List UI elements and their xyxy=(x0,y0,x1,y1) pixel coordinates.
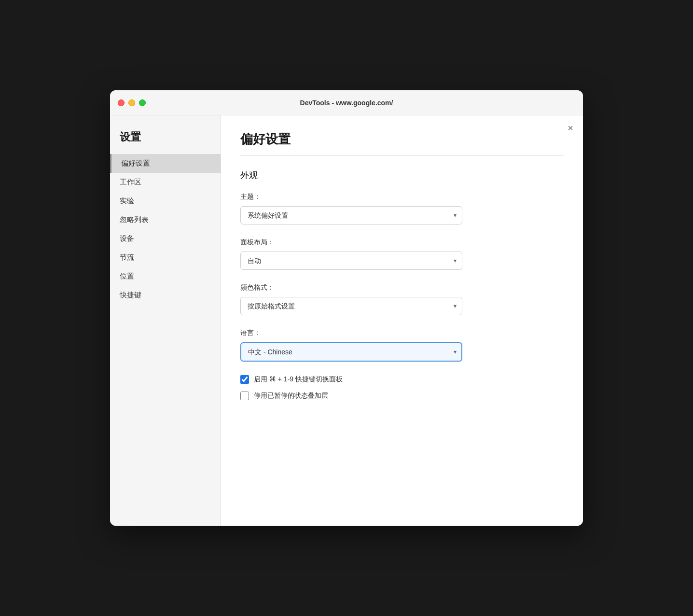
color-format-field-group: 颜色格式： 按原始格式设置hexrgbhsl ▾ xyxy=(240,283,564,315)
content-area: × 偏好设置 外观 主题： 系统偏好设置浅色深色 ▾ 面板布局： 自动水平垂直 … xyxy=(221,115,583,526)
traffic-lights xyxy=(118,99,146,106)
theme-field-group: 主题： 系统偏好设置浅色深色 ▾ xyxy=(240,193,564,224)
color-format-select[interactable]: 按原始格式设置hexrgbhsl xyxy=(240,297,462,315)
sidebar-item-ignore-list[interactable]: 忽略列表 xyxy=(110,210,221,229)
close-settings-button[interactable]: × xyxy=(568,123,573,133)
checkbox-paused-overlay-input[interactable] xyxy=(240,392,249,400)
theme-label: 主题： xyxy=(240,193,564,201)
sidebar-item-workspace[interactable]: 工作区 xyxy=(110,173,221,192)
sidebar-heading: 设置 xyxy=(110,125,221,154)
checkbox-shortcuts-input[interactable] xyxy=(240,375,249,384)
checkbox-shortcuts-group: 启用 ⌘ + 1-9 快捷键切换面板 xyxy=(240,375,564,384)
checkbox-paused-overlay-group: 停用已暂停的状态叠加层 xyxy=(240,392,564,400)
sidebar-item-preferences[interactable]: 偏好设置 xyxy=(110,154,221,173)
maximize-window-button[interactable] xyxy=(139,99,146,106)
color-format-label: 颜色格式： xyxy=(240,283,564,292)
panel-layout-label: 面板布局： xyxy=(240,238,564,247)
section-appearance-title: 外观 xyxy=(240,169,564,181)
page-title: 偏好设置 xyxy=(240,131,564,148)
sidebar-item-shortcuts[interactable]: 快捷键 xyxy=(110,286,221,305)
language-select-wrapper: 中文 - ChineseEnglish日本語한국어 ▾ xyxy=(240,342,462,362)
panel-layout-field-group: 面板布局： 自动水平垂直 ▾ xyxy=(240,238,564,270)
theme-select-wrapper: 系统偏好设置浅色深色 ▾ xyxy=(240,206,462,224)
color-format-select-wrapper: 按原始格式设置hexrgbhsl ▾ xyxy=(240,297,462,315)
title-divider xyxy=(240,155,564,156)
checkbox-shortcuts-label: 启用 ⌘ + 1-9 快捷键切换面板 xyxy=(254,375,343,384)
theme-select[interactable]: 系统偏好设置浅色深色 xyxy=(240,206,462,224)
language-field-group: 语言： 中文 - ChineseEnglish日本語한국어 ▾ xyxy=(240,329,564,362)
window-title: DevTools - www.google.com/ xyxy=(300,99,393,107)
sidebar-item-throttling[interactable]: 节流 xyxy=(110,248,221,267)
main-layout: 设置 偏好设置 工作区 实验 忽略列表 设备 节流 位置 快 xyxy=(110,115,583,526)
sidebar: 设置 偏好设置 工作区 实验 忽略列表 设备 节流 位置 快 xyxy=(110,115,221,526)
sidebar-item-locations[interactable]: 位置 xyxy=(110,267,221,286)
close-window-button[interactable] xyxy=(118,99,125,106)
sidebar-item-experiments[interactable]: 实验 xyxy=(110,192,221,210)
titlebar: DevTools - www.google.com/ xyxy=(110,90,583,115)
language-label: 语言： xyxy=(240,329,564,337)
language-select[interactable]: 中文 - ChineseEnglish日本語한국어 xyxy=(240,342,462,362)
checkbox-paused-overlay-label: 停用已暂停的状态叠加层 xyxy=(254,392,328,400)
main-window: DevTools - www.google.com/ 设置 偏好设置 工作区 实… xyxy=(110,90,583,526)
minimize-window-button[interactable] xyxy=(128,99,135,106)
sidebar-item-devices[interactable]: 设备 xyxy=(110,229,221,248)
panel-layout-select[interactable]: 自动水平垂直 xyxy=(240,252,462,270)
panel-layout-select-wrapper: 自动水平垂直 ▾ xyxy=(240,252,462,270)
